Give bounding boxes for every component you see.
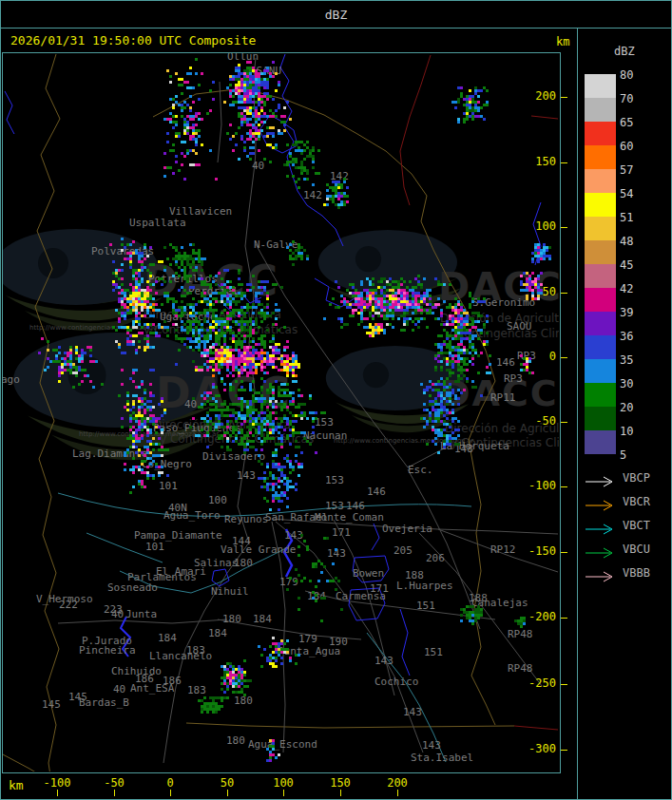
radar-echo-pixel [132, 277, 135, 280]
radar-echo-pixel [229, 104, 235, 106]
radar-echo-pixel [263, 648, 266, 651]
radar-echo-pixel [460, 320, 463, 323]
radar-echo-pixel [81, 349, 84, 352]
radar-echo-pixel [278, 309, 280, 312]
radar-echo-pixel [132, 269, 135, 272]
radar-echo-pixel [212, 317, 215, 320]
radar-echo-pixel [223, 403, 226, 406]
radar-echo-pixel [252, 349, 258, 352]
y-axis-tick-label: -200 [522, 610, 556, 623]
radar-echo-pixel [443, 329, 446, 332]
radar-echo-pixel [366, 332, 372, 334]
radar-echo-pixel [372, 332, 374, 334]
radar-echo-pixel [249, 360, 252, 363]
radar-echo-pixel [246, 112, 252, 115]
radar-echo-pixel [406, 306, 409, 309]
radar-echo-pixel [166, 118, 172, 121]
radar-echo-pixel [238, 295, 240, 297]
radar-echo-pixel [163, 411, 166, 414]
radar-echo-pixel [141, 292, 144, 295]
radar-echo-pixel [332, 195, 335, 198]
radar-echo-pixel [232, 679, 235, 682]
radar-echo-pixel [229, 84, 232, 86]
radar-echo-pixel [240, 343, 243, 346]
radar-echo-pixel [240, 297, 243, 300]
radar-echo-pixel [489, 363, 491, 366]
radar-echo-pixel [437, 417, 440, 420]
radar-echo-pixel [255, 86, 258, 89]
radar-echo-pixel [289, 363, 292, 366]
radar-echo-pixel [460, 86, 463, 89]
radar-echo-pixel [526, 280, 528, 283]
y-axis-tick-label: 200 [522, 89, 556, 103]
radar-echo-pixel [89, 380, 92, 383]
radar-echo-pixel [252, 411, 255, 414]
radar-echo-pixel [121, 238, 124, 240]
radar-echo-pixel [451, 101, 454, 104]
radar-echo-pixel [446, 369, 449, 371]
radar-echo-pixel [531, 252, 534, 255]
radar-echo-pixel [149, 263, 155, 266]
radar-echo-pixel [266, 406, 269, 409]
radar-echo-pixel [149, 272, 152, 275]
radar-echo-pixel [75, 357, 78, 360]
radar-echo-pixel [449, 434, 451, 437]
radar-echo-pixel [457, 374, 460, 377]
radar-echo-pixel [434, 411, 437, 414]
radar-echo-pixel [238, 354, 240, 357]
radar-echo-pixel [246, 448, 249, 451]
radar-echo-pixel [272, 75, 275, 78]
radar-echo-pixel [175, 249, 178, 252]
radar-echo-pixel [223, 354, 226, 357]
radar-echo-pixel [240, 397, 243, 400]
radar-echo-pixel [149, 417, 152, 420]
radar-echo-pixel [403, 312, 406, 314]
radar-echo-pixel [252, 420, 255, 423]
radar-echo-pixel [223, 691, 226, 694]
radar-echo-pixel [201, 429, 203, 431]
radar-echo-pixel [263, 437, 266, 440]
radar-echo-pixel [286, 389, 289, 391]
radar-echo-pixel [223, 409, 229, 411]
radar-echo-pixel [138, 289, 141, 292]
radar-echo-pixel [195, 143, 198, 146]
radar-echo-pixel [397, 289, 400, 292]
radar-echo-pixel [226, 366, 229, 369]
radar-echo-pixel [255, 352, 258, 354]
radar-echo-pixel [309, 394, 312, 397]
radar-echo-pixel [246, 289, 249, 292]
radar-echo-pixel [141, 434, 144, 437]
radar-echo-pixel [300, 417, 303, 420]
radar-echo-pixel [292, 400, 295, 403]
radar-echo-pixel [238, 337, 240, 340]
radar-map[interactable]: DACCDACCDACCDACCDirección de Agricultura… [3, 53, 559, 771]
radar-echo-pixel [240, 89, 243, 92]
radar-echo-pixel [309, 443, 312, 446]
radar-echo-pixel [78, 354, 81, 357]
radar-echo-pixel [320, 619, 323, 622]
radar-echo-pixel [275, 411, 278, 414]
radar-echo-pixel [132, 326, 138, 329]
radar-echo-pixel [223, 434, 226, 437]
radar-echo-pixel [449, 383, 451, 386]
radar-echo-pixel [449, 346, 451, 349]
radar-echo-pixel [221, 346, 223, 349]
radar-echo-pixel [249, 417, 252, 420]
radar-echo-pixel [229, 409, 232, 411]
radar-echo-pixel [218, 705, 223, 708]
radar-echo-pixel [138, 303, 141, 306]
radar-echo-pixel [295, 366, 298, 369]
y-axis-tick-label: 0 [522, 350, 556, 363]
radar-echo-pixel [89, 354, 92, 357]
radar-echo-pixel [269, 411, 272, 414]
radar-echo-pixel [406, 323, 409, 326]
radar-echo-pixel [223, 676, 226, 679]
radar-echo-pixel [181, 326, 183, 329]
radar-echo-pixel [457, 303, 460, 306]
radar-echo-pixel [437, 380, 440, 383]
radar-echo-pixel [223, 674, 226, 676]
radar-echo-pixel [155, 334, 161, 337]
radar-echo-pixel [126, 451, 129, 454]
radar-echo-pixel [238, 314, 240, 317]
radar-echo-pixel [201, 257, 206, 260]
